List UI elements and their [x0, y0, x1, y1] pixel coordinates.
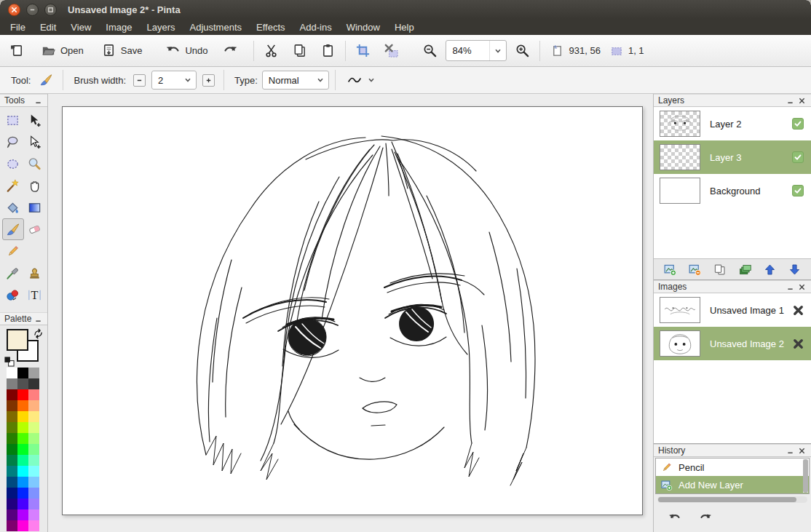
palette-color-swatch[interactable]	[17, 411, 28, 422]
images-panel-close-button[interactable]	[797, 282, 807, 292]
palette-color-swatch[interactable]	[7, 499, 17, 509]
image-row[interactable]: Unsaved Image 1	[654, 293, 811, 327]
history-redo-button[interactable]	[696, 509, 715, 525]
palette-color-swatch[interactable]	[7, 411, 17, 422]
line-style-button[interactable]	[341, 70, 368, 90]
layer-visibility-checkbox[interactable]	[792, 118, 804, 130]
tool-move-selection[interactable]	[24, 109, 46, 131]
tool-move-selected[interactable]	[24, 131, 46, 153]
palette-color-swatch[interactable]	[28, 389, 39, 400]
palette-color-swatch[interactable]	[28, 499, 39, 509]
reset-colors-icon[interactable]	[4, 356, 15, 367]
tool-paint-bucket[interactable]	[2, 196, 24, 218]
add-layer-button[interactable]	[660, 261, 679, 278]
save-button[interactable]: Save	[98, 39, 146, 63]
tool-color-picker[interactable]	[2, 262, 24, 284]
palette-color-swatch[interactable]	[7, 488, 17, 499]
palette-color-swatch[interactable]	[7, 378, 17, 389]
primary-color-swatch[interactable]	[7, 329, 28, 351]
tool-pan[interactable]	[24, 175, 46, 196]
palette-color-swatch[interactable]	[28, 477, 39, 488]
tool-lasso-select[interactable]	[2, 131, 24, 153]
palette-color-swatch[interactable]	[17, 509, 28, 520]
palette-color-swatch[interactable]	[7, 455, 17, 466]
history-vertical-scrollbar[interactable]	[803, 459, 808, 493]
crop-to-selection-button[interactable]	[352, 39, 374, 63]
tool-paintbrush[interactable]	[2, 218, 24, 240]
palette-color-swatch[interactable]	[28, 444, 39, 455]
menu-item-adjustments[interactable]: Adjustments	[182, 20, 249, 34]
undo-button[interactable]: Undo	[162, 39, 211, 63]
tool-rect-select[interactable]	[2, 109, 24, 131]
palette-color-swatch[interactable]	[7, 368, 17, 378]
menu-item-image[interactable]: Image	[98, 20, 139, 34]
copy-button[interactable]	[288, 39, 311, 63]
tool-recolor[interactable]	[2, 284, 24, 306]
palette-panel-minimize-button[interactable]	[33, 314, 43, 324]
paste-button[interactable]	[317, 39, 339, 63]
image-close-button[interactable]	[792, 304, 804, 317]
menu-item-edit[interactable]: Edit	[33, 20, 63, 34]
current-tool-button[interactable]	[35, 70, 57, 90]
menu-item-help[interactable]: Help	[387, 20, 422, 34]
palette-color-swatch[interactable]	[28, 400, 39, 411]
duplicate-layer-button[interactable]	[711, 261, 729, 278]
palette-color-swatch[interactable]	[17, 488, 28, 499]
palette-color-swatch[interactable]	[28, 378, 39, 389]
zoom-level-combobox[interactable]: 84%	[446, 40, 507, 61]
menu-item-window[interactable]: Window	[339, 20, 387, 34]
palette-color-swatch[interactable]	[7, 422, 17, 433]
brush-width-arrow[interactable]	[180, 71, 196, 89]
open-button[interactable]: Open	[37, 39, 87, 63]
history-panel-minimize-button[interactable]	[786, 446, 795, 456]
menu-item-add-ins[interactable]: Add-ins	[293, 20, 339, 34]
palette-color-swatch[interactable]	[17, 389, 28, 400]
zoom-combobox-arrow[interactable]	[489, 41, 506, 60]
images-panel-minimize-button[interactable]	[786, 282, 795, 292]
history-entry[interactable]: Add New Layer	[656, 476, 809, 493]
layer-row[interactable]: Layer 2	[654, 107, 811, 140]
palette-color-swatch[interactable]	[17, 499, 28, 509]
palette-color-swatch[interactable]	[28, 466, 39, 477]
merge-down-button[interactable]	[735, 261, 754, 278]
window-close-button[interactable]	[8, 4, 20, 16]
palette-color-swatch[interactable]	[28, 455, 39, 466]
zoom-out-button[interactable]	[419, 39, 441, 63]
brush-width-combobox[interactable]: 2	[151, 71, 197, 90]
tool-eraser[interactable]	[24, 218, 46, 240]
brush-width-increase-button[interactable]	[202, 74, 215, 87]
palette-color-swatch[interactable]	[28, 411, 39, 422]
menu-item-file[interactable]: File	[3, 20, 33, 34]
palette-color-swatch[interactable]	[28, 509, 39, 520]
history-undo-button[interactable]	[665, 509, 684, 525]
window-minimize-button[interactable]	[26, 4, 39, 16]
palette-color-swatch[interactable]	[17, 444, 28, 455]
menu-item-effects[interactable]: Effects	[249, 20, 293, 34]
tool-text[interactable]: T	[24, 284, 46, 306]
palette-color-swatch[interactable]	[28, 488, 39, 499]
palette-color-swatch[interactable]	[28, 520, 39, 531]
history-entry[interactable]: Pencil	[656, 458, 809, 476]
layers-panel-close-button[interactable]	[797, 96, 807, 106]
palette-color-swatch[interactable]	[28, 422, 39, 433]
palette-color-swatch[interactable]	[17, 378, 28, 389]
menu-item-view[interactable]: View	[63, 20, 98, 34]
redo-button[interactable]	[219, 39, 242, 63]
tool-gradient[interactable]	[24, 196, 46, 218]
palette-color-swatch[interactable]	[7, 433, 17, 444]
tool-magic-wand[interactable]	[2, 175, 24, 196]
palette-color-swatch[interactable]	[7, 466, 17, 477]
palette-color-swatch[interactable]	[7, 389, 17, 400]
blend-type-combobox[interactable]: Normal	[262, 71, 329, 90]
palette-color-swatch[interactable]	[17, 477, 28, 488]
brush-width-decrease-button[interactable]	[133, 74, 146, 87]
palette-color-swatch[interactable]	[7, 477, 17, 488]
history-horizontal-scrollbar[interactable]	[657, 496, 807, 503]
layer-row[interactable]: Background	[654, 174, 811, 207]
delete-layer-button[interactable]	[685, 261, 704, 278]
tool-ellipse-select[interactable]	[2, 153, 24, 175]
window-maximize-button[interactable]	[44, 4, 57, 16]
palette-color-swatch[interactable]	[17, 400, 28, 411]
palette-color-swatch[interactable]	[28, 433, 39, 444]
deselect-button[interactable]	[380, 39, 403, 63]
